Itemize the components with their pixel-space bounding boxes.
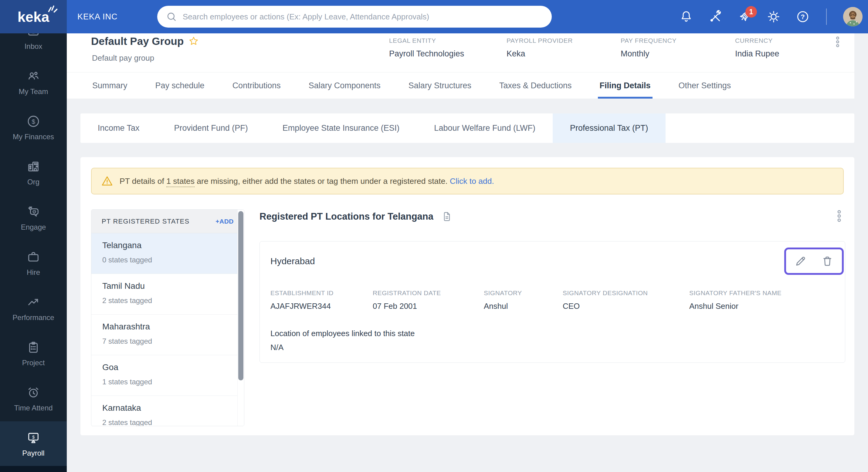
sidebar-item-performance[interactable]: Performance <box>0 286 67 331</box>
states-panel-header: PT REGISTERED STATES +ADD <box>91 210 244 233</box>
warning-icon <box>101 175 114 187</box>
state-tagged-count: 2 states tagged <box>102 296 233 305</box>
warning-text: PT details of 1 states are missing, eith… <box>120 177 494 186</box>
professional-tax-panel: PT details of 1 states are missing, eith… <box>81 157 854 435</box>
state-name: Tamil Nadu <box>102 281 233 291</box>
settings-button[interactable] <box>767 10 781 24</box>
linked-employees-label: Location of employees linked to this sta… <box>271 329 415 338</box>
sidebar-item-label: My Finances <box>13 132 54 141</box>
gear-icon <box>767 10 781 24</box>
state-tagged-count: 0 states tagged <box>102 256 233 264</box>
sidebar-item-my-team[interactable]: My Team <box>0 60 67 105</box>
establishment-id-field: ESTABLISHMENT ID AJAFJRWER344 <box>271 289 334 311</box>
edit-pencil-icon[interactable] <box>794 255 807 268</box>
tab-taxes-deductions[interactable]: Taxes & Deductions <box>499 72 572 99</box>
copy-document-icon[interactable] <box>441 211 452 222</box>
tab-filing-details[interactable]: Filing Details <box>600 72 651 99</box>
signatory-designation-field: SIGNATORY DESIGNATION CEO <box>563 289 648 311</box>
field-value: India Rupee <box>735 49 779 59</box>
state-row-tamil-nadu[interactable]: Tamil Nadu 2 states tagged <box>91 274 244 315</box>
sidebar-item-label: Org <box>27 178 39 186</box>
page-subtitle: Default pay group <box>92 53 154 63</box>
logo-spark-icon <box>48 4 58 15</box>
tab-salary-structures[interactable]: Salary Structures <box>408 72 471 99</box>
sidebar-item-engage[interactable]: Engage <box>0 195 67 241</box>
sidebar-next-item-edge <box>0 466 67 472</box>
locations-title: Registered PT Locations for Telangana <box>259 211 433 222</box>
tab-summary[interactable]: Summary <box>92 72 127 99</box>
subtab-esi[interactable]: Employee State Insurance (ESI) <box>265 114 417 143</box>
state-row-karnataka[interactable]: Karnataka 2 states tagged <box>91 396 244 426</box>
header-more-menu[interactable] <box>832 36 844 48</box>
help-icon: ? <box>796 10 810 24</box>
sidebar-item-label: Hire <box>27 268 40 277</box>
registration-date-field: REGISTRATION DATE 07 Feb 2001 <box>373 289 441 311</box>
location-name: Hyderabad <box>271 256 315 266</box>
click-to-add-link[interactable]: Click to add. <box>450 177 494 186</box>
notifications-button[interactable] <box>679 10 693 24</box>
signatory-field: SIGNATORY Anshul <box>484 289 522 311</box>
locations-more-menu[interactable] <box>833 209 846 223</box>
signatory-fathers-name-field: SIGNATORY FATHER'S NAME Anshul Senior <box>689 289 781 311</box>
pt-location-card: Hyderabad ESTABLISHMENT ID AJAFJRWER344 … <box>259 241 845 363</box>
sidebar-item-inbox[interactable]: Inbox <box>0 33 67 60</box>
pt-registered-states-panel: PT REGISTERED STATES +ADD Telangana 0 st… <box>91 209 244 426</box>
linked-employees-value: N/A <box>271 343 283 352</box>
search-input[interactable] <box>183 12 543 22</box>
state-row-maharashtra[interactable]: Maharashtra 7 states tagged <box>91 315 244 355</box>
user-avatar[interactable] <box>843 7 863 26</box>
states-scrollbar[interactable] <box>238 211 243 380</box>
favorite-star-icon[interactable] <box>188 36 199 46</box>
sidebar-item-label: Engage <box>21 223 46 231</box>
state-row-telangana[interactable]: Telangana 0 states tagged <box>91 233 244 274</box>
help-button[interactable]: ? <box>796 10 810 24</box>
engage-icon <box>26 205 40 219</box>
legal-entity-field: LEGAL ENTITY Payroll Technologies <box>389 37 464 59</box>
delete-trash-icon[interactable] <box>821 255 834 268</box>
missing-states-count[interactable]: 1 states <box>166 177 194 187</box>
sidebar-item-project[interactable]: Project <box>0 331 67 376</box>
sidebar-item-time-attend[interactable]: Time Attend <box>0 376 67 421</box>
keka-logo-text: keka <box>18 8 50 25</box>
pay-group-header: Default Pay Group Default pay group LEGA… <box>67 33 854 72</box>
page-title: Default Pay Group <box>91 35 184 47</box>
locations-title-row: Registered PT Locations for Telangana <box>259 211 452 222</box>
whats-new-button[interactable]: 1 <box>738 10 751 24</box>
global-search[interactable] <box>157 6 552 28</box>
subtab-professional-tax[interactable]: Professional Tax (PT) <box>553 114 665 143</box>
notification-badge: 1 <box>745 6 757 18</box>
payroll-icon: $ <box>26 431 40 445</box>
kebab-menu-icon <box>832 36 844 48</box>
tab-salary-components[interactable]: Salary Components <box>309 72 380 99</box>
field-value: Payroll Technologies <box>389 49 464 59</box>
hire-icon <box>26 250 40 264</box>
topbar-actions: 1 ? <box>679 0 863 33</box>
sidebar-item-label: My Team <box>19 87 48 96</box>
kebab-menu-icon <box>833 209 846 223</box>
add-state-button[interactable]: +ADD <box>215 218 234 225</box>
state-name: Maharashtra <box>102 322 233 332</box>
subtab-provident-fund[interactable]: Provident Fund (PF) <box>157 114 265 143</box>
sidebar-item-hire[interactable]: Hire <box>0 241 67 286</box>
sidebar-item-my-finances[interactable]: $ My Finances <box>0 105 67 150</box>
svg-text:$: $ <box>32 118 35 125</box>
state-tagged-count: 1 states tagged <box>102 378 233 386</box>
state-name: Telangana <box>102 241 233 250</box>
top-bar: keka KEKA INC 1 ? <box>0 0 868 33</box>
sidebar-item-payroll[interactable]: $ Payroll <box>0 421 67 467</box>
tab-pay-schedule[interactable]: Pay schedule <box>155 72 205 99</box>
subtab-income-tax[interactable]: Income Tax <box>81 114 157 143</box>
pay-frequency-field: PAY FREQUENCY Monthly <box>621 37 677 59</box>
company-name: KEKA INC <box>78 0 118 33</box>
field-label: LEGAL ENTITY <box>389 37 464 44</box>
avatar-image <box>843 7 863 26</box>
tools-button[interactable] <box>708 10 722 24</box>
keka-logo[interactable]: keka <box>0 0 67 33</box>
sidebar-item-label: Payroll <box>22 449 44 458</box>
tab-other-settings[interactable]: Other Settings <box>679 72 731 99</box>
state-row-goa[interactable]: Goa 1 states tagged <box>91 355 244 396</box>
sidebar-item-org[interactable]: Org <box>0 150 67 195</box>
subtab-lwf[interactable]: Labour Welfare Fund (LWF) <box>417 114 553 143</box>
tab-contributions[interactable]: Contributions <box>232 72 281 99</box>
sidebar-item-label: Inbox <box>25 42 42 51</box>
